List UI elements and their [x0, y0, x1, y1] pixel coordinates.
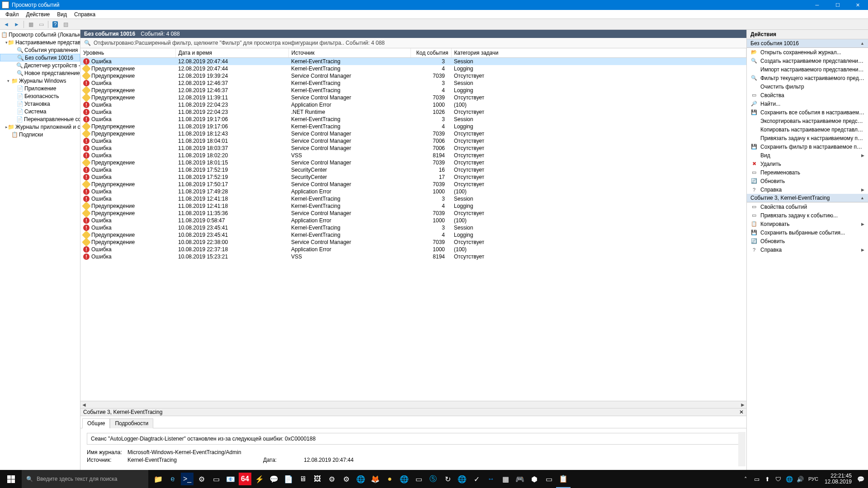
- action-item[interactable]: 🔄Обновить: [747, 177, 868, 185]
- taskbar-search[interactable]: 🔍 Введите здесь текст для поиска: [22, 470, 148, 488]
- detail-scrollbar[interactable]: [738, 432, 745, 466]
- table-row[interactable]: Предупреждение11.08.2019 18:01:15Service…: [80, 159, 746, 166]
- taskbar-app-icon[interactable]: 🌐: [397, 470, 411, 488]
- table-row[interactable]: !Ошибка11.08.2019 18:02:20VSS8194Отсутст…: [80, 152, 746, 159]
- action-item[interactable]: 💾Сохранить выбранные события...: [747, 228, 868, 237]
- table-row[interactable]: Предупреждение10.08.2019 23:45:41Kernel-…: [80, 231, 746, 239]
- col-source[interactable]: Источник: [288, 48, 410, 58]
- table-row[interactable]: Предупреждение11.08.2019 17:50:17Service…: [80, 181, 746, 188]
- tree-win-logs[interactable]: ▾📁Журналы Windows: [0, 77, 80, 84]
- taskbar-powershell-icon[interactable]: >_: [181, 473, 193, 485]
- tree-security[interactable]: 📄Безопасность: [0, 92, 80, 100]
- action-item[interactable]: ▭Переименовать: [747, 168, 868, 177]
- tree-setup[interactable]: 📄Установка: [0, 100, 80, 108]
- taskbar-photos-icon[interactable]: 🖼: [310, 470, 325, 488]
- tray-network-icon[interactable]: 🌐: [784, 470, 795, 488]
- menu-action[interactable]: Действие: [23, 11, 54, 18]
- action-item[interactable]: 📋Копировать▶: [747, 220, 868, 228]
- taskbar-explorer-icon[interactable]: 📁: [151, 470, 165, 488]
- action-item[interactable]: ▭Привязать задачу к событию...: [747, 211, 868, 220]
- action-item[interactable]: ?Справка▶: [747, 245, 868, 254]
- action-item[interactable]: Импорт настраиваемого представления...: [747, 65, 868, 74]
- action-item[interactable]: 💾Сохранить фильтр в настраиваемое предст…: [747, 142, 868, 151]
- event-grid-wrap[interactable]: Уровень Дата и время Источник Код событи…: [80, 48, 746, 401]
- table-row[interactable]: !Ошибка10.08.2019 22:37:18Application Er…: [80, 246, 746, 253]
- taskbar-app-icon[interactable]: ↻: [440, 470, 455, 488]
- start-button[interactable]: [0, 470, 22, 488]
- action-item[interactable]: 🔎Найти...: [747, 99, 868, 108]
- help-button[interactable]: ?: [51, 20, 60, 29]
- table-row[interactable]: Предупреждение11.08.2019 11:35:36Service…: [80, 210, 746, 217]
- tree-panel[interactable]: 📋Просмотр событий (Локальный) ▾📁Настраив…: [0, 30, 80, 470]
- taskbar-eventvwr-icon[interactable]: 📋: [556, 470, 571, 488]
- tree-new-view[interactable]: 🔍Новое представление: [0, 69, 80, 77]
- action-item[interactable]: ▭Свойства: [747, 91, 868, 99]
- taskbar-app-icon[interactable]: ▭: [411, 470, 426, 488]
- taskbar-app-icon[interactable]: 📧: [223, 470, 238, 488]
- taskbar-app-icon[interactable]: ●: [382, 470, 397, 488]
- table-row[interactable]: Предупреждение11.08.2019 12:41:18Kernel-…: [80, 202, 746, 210]
- action-item[interactable]: ▭Свойства событий: [747, 202, 868, 211]
- action-item[interactable]: ?Справка▶: [747, 185, 868, 194]
- table-row[interactable]: Предупреждение12.08.2019 12:46:37Kernel-…: [80, 87, 746, 94]
- tree-forwarded[interactable]: 📄Перенаправленные события: [0, 115, 80, 123]
- tray-lang[interactable]: РУС: [806, 470, 821, 488]
- tree-no-event-10016[interactable]: 🔍Без события 10016: [0, 54, 80, 61]
- tree-custom-views[interactable]: ▾📁Настраиваемые представления: [0, 38, 80, 46]
- taskbar-edge-icon[interactable]: e: [165, 470, 180, 488]
- taskbar-settings-icon[interactable]: ⚙: [325, 470, 339, 488]
- collapse-icon[interactable]: ▲: [860, 41, 864, 46]
- maximize-button[interactable]: ☐: [827, 0, 848, 10]
- taskbar-teamviewer-icon[interactable]: ↔: [484, 470, 498, 488]
- tree-device-mgr[interactable]: 🔍Диспетчер устройств - V: [0, 61, 80, 69]
- tree-system[interactable]: 📄Система: [0, 108, 80, 115]
- action-item[interactable]: Экспортировать настраиваемое представлен…: [747, 117, 868, 125]
- tray-icon[interactable]: 🛡: [773, 470, 784, 488]
- taskbar-skype-icon[interactable]: Ⓢ: [426, 470, 440, 488]
- action-item[interactable]: Копировать настраиваемое представление..…: [747, 125, 868, 134]
- table-row[interactable]: Предупреждение11.08.2019 19:17:06Kernel-…: [80, 123, 746, 130]
- table-row[interactable]: !Ошибка11.08.2019 12:41:18Kernel-EventTr…: [80, 195, 746, 202]
- event-grid[interactable]: Уровень Дата и время Источник Код событи…: [80, 48, 746, 260]
- tree-subscriptions[interactable]: 📋Подписки: [0, 131, 80, 138]
- taskbar-app-icon[interactable]: ⚡: [252, 470, 267, 488]
- collapse-icon[interactable]: ▲: [860, 196, 864, 200]
- tray-icon[interactable]: ⬆: [762, 470, 773, 488]
- taskbar-app-icon[interactable]: 🖥: [296, 470, 310, 488]
- table-row[interactable]: !Ошибка11.08.2019 22:04:23Application Er…: [80, 101, 746, 108]
- table-row[interactable]: Предупреждение12.08.2019 20:47:44Kernel-…: [80, 65, 746, 72]
- table-row[interactable]: Предупреждение12.08.2019 11:39:11Service…: [80, 94, 746, 101]
- taskbar-app-icon[interactable]: 📄: [281, 470, 296, 488]
- forward-button[interactable]: ►: [12, 20, 21, 29]
- action-item[interactable]: 🔄Обновить: [747, 237, 868, 245]
- table-row[interactable]: Предупреждение12.08.2019 19:39:24Service…: [80, 72, 746, 80]
- table-row[interactable]: Предупреждение10.08.2019 22:38:00Service…: [80, 239, 746, 246]
- taskbar-app-icon[interactable]: ▭: [209, 470, 223, 488]
- tray-notifications-icon[interactable]: 💬: [855, 470, 866, 488]
- menu-help[interactable]: Справка: [71, 11, 99, 18]
- table-row[interactable]: !Ошибка11.08.2019 17:52:19SecurityCenter…: [80, 174, 746, 181]
- table-row[interactable]: !Ошибка11.08.2019 17:52:19SecurityCenter…: [80, 166, 746, 174]
- taskbar-app-icon[interactable]: 💬: [267, 470, 281, 488]
- table-row[interactable]: Предупреждение11.08.2019 18:12:43Service…: [80, 130, 746, 137]
- tree-app-svc-logs[interactable]: ▸📁Журналы приложений и служб: [0, 123, 80, 131]
- back-button[interactable]: ◄: [2, 20, 11, 29]
- table-row[interactable]: !Ошибка11.08.2019 22:04:23.NET Runtime10…: [80, 108, 746, 116]
- minimize-button[interactable]: ─: [807, 0, 827, 10]
- action-item[interactable]: 🔍Создать настраиваемое представление...: [747, 56, 868, 65]
- taskbar-aida64-icon[interactable]: 64: [239, 473, 251, 485]
- action-item[interactable]: Привязать задачу к настраиваемому предст…: [747, 134, 868, 142]
- tree-root[interactable]: 📋Просмотр событий (Локальный): [0, 31, 80, 38]
- table-row[interactable]: !Ошибка11.08.2019 18:04:01Service Contro…: [80, 137, 746, 145]
- detail-close-icon[interactable]: ✕: [739, 409, 744, 415]
- tree-admin-events[interactable]: 🔍События управления: [0, 46, 80, 54]
- tree-application[interactable]: 📄Приложение: [0, 84, 80, 92]
- taskbar-app-icon[interactable]: 🎮: [513, 470, 527, 488]
- col-category[interactable]: Категория задачи: [451, 48, 746, 58]
- taskbar-app-icon[interactable]: ⚙: [194, 470, 209, 488]
- col-eventid[interactable]: Код события: [410, 48, 451, 58]
- tray-volume-icon[interactable]: 🔊: [795, 470, 806, 488]
- action-item[interactable]: ✖Удалить: [747, 160, 868, 168]
- taskbar-app-icon[interactable]: ⚙: [339, 470, 354, 488]
- table-row[interactable]: !Ошибка10.08.2019 23:45:41Kernel-EventTr…: [80, 224, 746, 231]
